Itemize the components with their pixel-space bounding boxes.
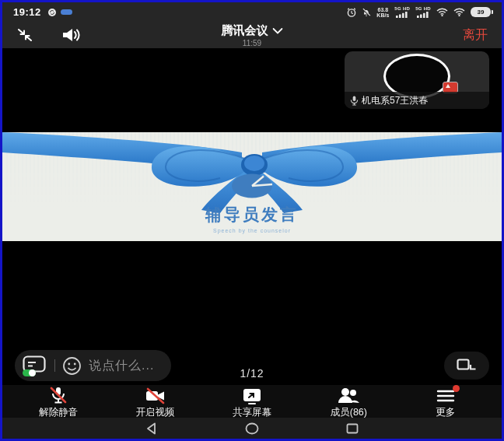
chat-input-pill[interactable]: 说点什么... xyxy=(15,350,171,381)
emoji-icon[interactable] xyxy=(62,356,82,376)
battery-indicator: 39 xyxy=(471,7,491,17)
signal-bars-icon xyxy=(396,11,408,18)
video-stage: 机电系57王洪春 xyxy=(2,48,502,385)
share-screen-icon xyxy=(241,387,263,405)
home-button[interactable] xyxy=(245,422,259,435)
pie-logo-icon xyxy=(229,171,275,199)
back-button[interactable] xyxy=(145,422,158,435)
meeting-app-screen: 19:12 63.8 KB/s xyxy=(0,0,504,441)
sync-icon xyxy=(47,8,57,17)
meeting-toolbar: 解除静音 开启视频 共享屏幕 xyxy=(2,385,502,418)
meeting-title-block[interactable]: 腾讯会议 11:59 xyxy=(222,23,283,47)
more-button[interactable]: 更多 xyxy=(412,385,479,418)
mic-muted-icon xyxy=(48,387,68,405)
banner-title: 辅导员发言 xyxy=(205,204,299,226)
mute-bell-icon xyxy=(362,8,371,17)
participant-thumbnail[interactable]: 机电系57王洪春 xyxy=(345,51,489,109)
speaker-icon[interactable] xyxy=(61,27,82,43)
shared-slide-banner: 辅导员发言 Speech by the counselor xyxy=(2,132,502,241)
android-nav-bar xyxy=(2,418,502,439)
chat-input-placeholder[interactable]: 说点什么... xyxy=(89,358,154,374)
captions-toggle[interactable] xyxy=(23,355,47,376)
message-row: 说点什么... 1/12 xyxy=(2,348,502,383)
leave-meeting-button[interactable]: 离开 xyxy=(463,27,488,44)
clock-time: 19:12 xyxy=(13,6,41,18)
notification-badge xyxy=(453,385,460,392)
minimize-icon[interactable] xyxy=(16,27,33,43)
captions-toggle-switch[interactable] xyxy=(23,369,36,376)
start-video-button[interactable]: 开启视频 xyxy=(122,385,189,418)
pip-icon xyxy=(457,359,477,373)
slide-page-indicator: 1/12 xyxy=(240,367,264,380)
members-button[interactable]: 成员(86) xyxy=(315,385,382,418)
signal-sim2: 5G HD xyxy=(415,6,431,18)
banner-subtitle: Speech by the counselor xyxy=(205,228,299,233)
members-icon xyxy=(337,387,360,405)
chevron-down-icon xyxy=(273,28,283,34)
recents-button[interactable] xyxy=(346,422,359,435)
status-bar: 19:12 63.8 KB/s xyxy=(2,2,502,22)
meeting-header: 腾讯会议 11:59 离开 xyxy=(2,22,502,48)
unmute-button[interactable]: 解除静音 xyxy=(25,385,92,418)
switch-view-button[interactable] xyxy=(444,352,489,380)
banner-content: 辅导员发言 Speech by the counselor xyxy=(205,171,299,233)
alarm-clock-icon xyxy=(347,8,356,17)
meeting-title: 腾讯会议 xyxy=(222,23,268,38)
signal-bars-icon xyxy=(417,11,429,18)
camera-off-icon xyxy=(145,387,166,405)
signal-sim1: 5G HD xyxy=(394,6,410,18)
share-screen-button[interactable]: 共享屏幕 xyxy=(219,385,285,418)
mic-icon xyxy=(350,96,359,106)
meeting-elapsed-time: 11:59 xyxy=(222,39,283,47)
wifi2-icon xyxy=(453,8,465,16)
participant-name-bar: 机电系57王洪春 xyxy=(345,92,489,109)
participant-name: 机电系57王洪春 xyxy=(362,94,428,107)
notification-app-icon xyxy=(61,9,72,16)
network-speed: 63.8 KB/s xyxy=(376,7,389,18)
wifi-icon xyxy=(436,8,448,16)
